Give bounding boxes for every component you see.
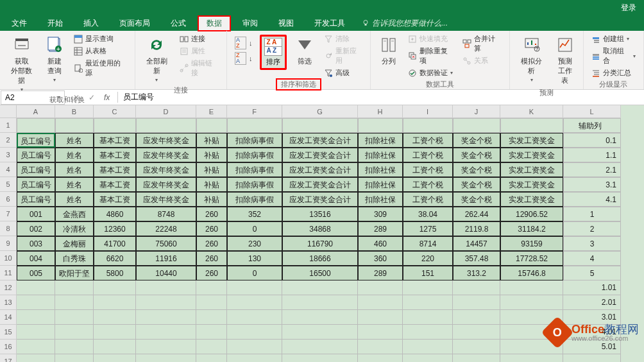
cell[interactable]: 18666 (282, 251, 358, 266)
cell[interactable]: 8714 (403, 236, 453, 251)
cell[interactable] (500, 340, 563, 354)
tell-me[interactable]: 告诉我您想要做什么... (362, 18, 448, 29)
tab-dev[interactable]: 开发工具 (305, 15, 354, 31)
cell[interactable] (55, 310, 94, 325)
cell[interactable]: 员工编号 (17, 162, 55, 177)
tab-home[interactable]: 开始 (38, 15, 72, 31)
cell[interactable]: 补贴 (196, 177, 227, 192)
row-header[interactable]: 5 (0, 177, 17, 192)
cell[interactable]: 260 (196, 251, 227, 266)
cell[interactable]: 001 (17, 207, 55, 221)
cell[interactable] (136, 118, 196, 133)
select-all-corner[interactable] (0, 105, 17, 118)
cell[interactable]: 151 (403, 266, 453, 280)
tab-view[interactable]: 视图 (269, 15, 303, 31)
cell[interactable] (403, 340, 453, 354)
from-table-button[interactable]: 从表格 (71, 46, 129, 56)
cell[interactable] (227, 118, 282, 133)
cell[interactable]: 0 (227, 221, 282, 236)
cell[interactable]: 1.1 (563, 148, 621, 162)
cell[interactable]: 应发年终奖金 (136, 177, 196, 192)
cell[interactable] (196, 310, 227, 325)
subtotal-button[interactable]: 分类汇总 (589, 67, 638, 78)
cell[interactable]: 白秀珠 (55, 251, 94, 266)
name-box[interactable]: A2▾ (1, 90, 65, 105)
row-header[interactable]: 3 (0, 148, 17, 162)
cell[interactable] (196, 354, 227, 362)
cell[interactable]: 基本工资 (94, 192, 136, 207)
consolidate-button[interactable]: 合并计算 (460, 33, 504, 54)
cell[interactable]: 8748 (136, 207, 196, 221)
cell[interactable] (500, 325, 563, 340)
cell[interactable] (282, 325, 358, 340)
cell[interactable] (227, 295, 282, 310)
cell[interactable] (17, 354, 55, 362)
login-link[interactable]: 登录 (621, 3, 636, 13)
cell[interactable] (500, 118, 563, 133)
col-header[interactable]: J (453, 105, 500, 118)
row-header[interactable]: 11 (0, 266, 17, 280)
cell[interactable]: 6620 (94, 251, 136, 266)
cell[interactable]: 0.1 (563, 133, 621, 148)
filter-button[interactable]: 筛选 (292, 33, 318, 67)
cell[interactable]: 实发工资奖金 (500, 192, 563, 207)
cell[interactable]: 奖金个税 (453, 162, 500, 177)
sort-button[interactable]: Z AA Z 排序 (260, 35, 287, 70)
cell[interactable]: 扣除社保 (358, 192, 403, 207)
show-queries-button[interactable]: 显示查询 (71, 33, 129, 44)
cell[interactable] (403, 118, 453, 133)
worksheet[interactable]: ABCDEFGHIJKL 1辅助列2员工编号姓名基本工资应发年终奖金补贴扣除病事… (0, 105, 644, 362)
cell[interactable]: 扣除病事假 (227, 162, 282, 177)
cell[interactable]: 3.01 (563, 310, 621, 325)
cell[interactable]: 工资个税 (403, 177, 453, 192)
formula-input[interactable]: 员工编号 (117, 92, 644, 103)
fx-button[interactable]: fx (104, 93, 110, 102)
cell[interactable]: 扣除病事假 (227, 148, 282, 162)
cell[interactable]: 289 (358, 266, 403, 280)
cell[interactable]: 基本工资 (94, 148, 136, 162)
cell[interactable]: 005 (17, 266, 55, 280)
cell[interactable]: 2.01 (563, 295, 621, 310)
cell[interactable]: 工资个税 (403, 192, 453, 207)
cell[interactable]: 应发工资奖金合计 (282, 162, 358, 177)
cell[interactable] (403, 325, 453, 340)
text-to-columns-button[interactable]: 分列 (376, 33, 402, 67)
sort-asc-button[interactable]: AZ↓ (232, 36, 255, 50)
connections-button[interactable]: 连接 (177, 33, 221, 44)
cell[interactable] (55, 354, 94, 362)
tab-review[interactable]: 审阅 (233, 15, 267, 31)
cell[interactable]: 360 (358, 251, 403, 266)
cell[interactable] (196, 295, 227, 310)
cell[interactable]: 11916 (136, 251, 196, 266)
cell[interactable] (453, 295, 500, 310)
cell[interactable]: 应发年终奖金 (136, 148, 196, 162)
cell[interactable] (55, 295, 94, 310)
cell[interactable]: 289 (358, 221, 403, 236)
cell[interactable]: 460 (358, 236, 403, 251)
row-header[interactable]: 14 (0, 310, 17, 325)
cell[interactable]: 扣除病事假 (227, 177, 282, 192)
cell[interactable] (17, 295, 55, 310)
cell[interactable]: 116790 (282, 236, 358, 251)
cell[interactable] (196, 280, 227, 295)
cell[interactable] (196, 340, 227, 354)
cell[interactable] (403, 280, 453, 295)
row-header[interactable]: 12 (0, 280, 17, 295)
row-header[interactable]: 1 (0, 118, 17, 133)
cell[interactable]: 5 (563, 266, 621, 280)
cell[interactable] (94, 295, 136, 310)
cell[interactable]: 220 (403, 251, 453, 266)
col-header[interactable]: I (403, 105, 453, 118)
cell[interactable]: 15746.8 (500, 266, 563, 280)
cell[interactable] (453, 310, 500, 325)
cell[interactable]: 313.2 (453, 266, 500, 280)
cell[interactable]: 75060 (136, 236, 196, 251)
cell[interactable]: 奖金个税 (453, 192, 500, 207)
group-button[interactable]: 创建组▾ (589, 33, 638, 44)
cell[interactable] (94, 280, 136, 295)
cell[interactable]: 奖金个税 (453, 148, 500, 162)
cell[interactable] (94, 340, 136, 354)
cell[interactable]: 辅助列 (563, 118, 621, 133)
cell[interactable]: 应发工资奖金合计 (282, 177, 358, 192)
cell[interactable] (500, 354, 563, 362)
